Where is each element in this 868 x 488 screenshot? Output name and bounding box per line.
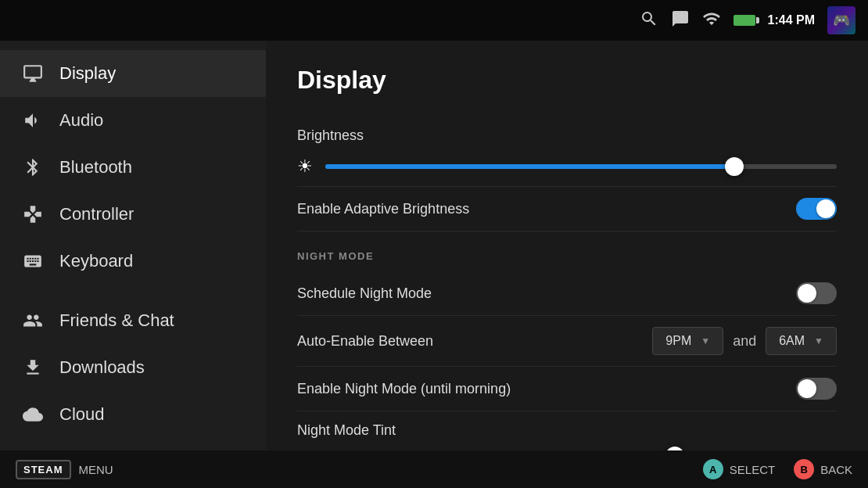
b-button-label: B — [800, 464, 807, 475]
enable-night-mode-toggle[interactable] — [796, 378, 837, 400]
bottom-bar: STEAM MENU A SELECT B BACK — [0, 450, 868, 488]
downloads-icon — [22, 357, 44, 379]
adaptive-brightness-label: Enable Adaptive Brightness — [297, 201, 469, 217]
brightness-track — [325, 164, 837, 169]
schedule-night-mode-row: Schedule Night Mode — [297, 271, 837, 316]
sidebar-item-bluetooth[interactable]: Bluetooth — [0, 144, 266, 191]
brightness-thumb[interactable] — [725, 157, 744, 176]
controller-icon — [22, 203, 44, 225]
auto-enable-controls: 9PM ▼ and 6AM ▼ — [652, 327, 837, 355]
search-icon[interactable] — [640, 9, 658, 32]
wifi-icon — [702, 9, 721, 32]
sidebar-item-controller[interactable]: Controller — [0, 191, 266, 238]
sidebar-item-label-display: Display — [59, 63, 116, 84]
brightness-fill — [325, 164, 734, 169]
brightness-sun-icon: ☀ — [297, 156, 313, 177]
brightness-label: Brightness — [297, 127, 364, 144]
time-display: 1:44 PM — [768, 13, 815, 27]
night-mode-section-heading: NIGHT MODE — [297, 231, 837, 271]
adaptive-brightness-knob — [816, 199, 835, 218]
bluetooth-icon — [22, 156, 44, 178]
select-action-label: SELECT — [730, 463, 775, 476]
keyboard-icon — [22, 250, 44, 272]
schedule-night-mode-knob — [798, 284, 816, 303]
auto-enable-label: Auto-Enable Between — [297, 333, 433, 350]
top-bar: 1:44 PM 🎮 — [0, 0, 868, 41]
brightness-row: ☀ — [297, 147, 837, 187]
enable-night-mode-label: Enable Night Mode (until morning) — [297, 381, 511, 397]
select-button[interactable]: A SELECT — [703, 459, 775, 479]
friends-icon — [22, 310, 44, 332]
from-dropdown-arrow: ▼ — [701, 336, 710, 346]
sidebar-item-label-controller: Controller — [59, 204, 134, 224]
sidebar-item-cloud[interactable]: Cloud — [0, 391, 266, 438]
from-time-dropdown[interactable]: 9PM ▼ — [652, 327, 723, 355]
sidebar-item-label-keyboard: Keyboard — [59, 251, 133, 271]
sidebar-item-audio[interactable]: Audio — [0, 97, 266, 144]
steam-menu-button[interactable]: STEAM MENU — [16, 460, 113, 479]
b-button-circle: B — [794, 459, 814, 479]
brightness-slider[interactable] — [325, 159, 837, 174]
sidebar-item-friends[interactable]: Friends & Chat — [0, 297, 266, 344]
night-mode-tint-label: Night Mode Tint — [297, 422, 837, 439]
sidebar-item-display[interactable]: Display — [0, 50, 266, 97]
cloud-icon — [22, 404, 44, 425]
battery-icon — [733, 15, 755, 26]
adaptive-brightness-row: Enable Adaptive Brightness — [297, 187, 837, 231]
to-dropdown-arrow: ▼ — [814, 336, 823, 346]
steam-badge: STEAM — [16, 460, 71, 479]
main-layout: Display Audio Bluetooth Controller Keybo — [0, 41, 868, 450]
sidebar-item-label-friends: Friends & Chat — [59, 310, 174, 331]
sidebar-item-label-bluetooth: Bluetooth — [59, 157, 132, 178]
and-text: and — [733, 333, 756, 350]
to-time-dropdown[interactable]: 6AM ▼ — [766, 327, 837, 355]
brightness-section-label: Brightness — [297, 117, 837, 147]
enable-night-mode-knob — [798, 379, 816, 398]
sidebar-item-label-cloud: Cloud — [59, 404, 104, 425]
menu-label: MENU — [79, 463, 113, 476]
avatar: 🎮 — [827, 6, 855, 34]
sidebar-item-keyboard[interactable]: Keyboard — [0, 238, 266, 285]
bottom-controls: A SELECT B BACK — [703, 459, 852, 479]
content-area: Display Brightness ☀ Enable Adaptive Bri… — [266, 41, 868, 450]
night-mode-tint-row: Night Mode Tint COOL WARM — [297, 411, 837, 450]
enable-night-mode-row: Enable Night Mode (until morning) — [297, 367, 837, 411]
auto-enable-row: Auto-Enable Between 9PM ▼ and 6AM ▼ — [297, 316, 837, 367]
a-button-circle: A — [703, 459, 723, 479]
to-time-value: 6AM — [779, 334, 805, 348]
sidebar-item-label-audio: Audio — [59, 110, 103, 131]
a-button-label: A — [709, 464, 716, 475]
audio-icon — [22, 109, 44, 131]
display-icon — [22, 63, 44, 84]
from-time-value: 9PM — [665, 334, 691, 348]
sidebar-item-downloads[interactable]: Downloads — [0, 344, 266, 391]
page-title: Display — [297, 66, 837, 95]
schedule-night-mode-label: Schedule Night Mode — [297, 285, 432, 302]
sidebar: Display Audio Bluetooth Controller Keybo — [0, 41, 266, 450]
back-button[interactable]: B BACK — [794, 459, 852, 479]
chat-icon — [671, 9, 690, 32]
schedule-night-mode-toggle[interactable] — [796, 282, 837, 304]
sidebar-item-label-downloads: Downloads — [59, 357, 145, 378]
adaptive-brightness-toggle[interactable] — [796, 198, 837, 220]
back-action-label: BACK — [820, 463, 852, 476]
